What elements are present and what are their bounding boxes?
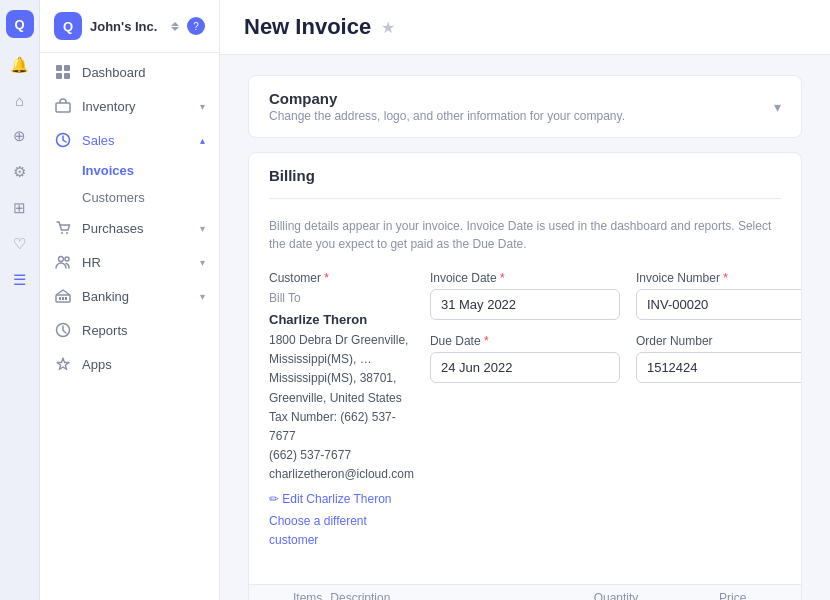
svg-rect-4 <box>56 103 70 112</box>
document-icon[interactable]: ☰ <box>13 271 26 289</box>
banking-icon <box>54 287 72 305</box>
company-switcher[interactable] <box>171 22 179 31</box>
items-col-description: Description <box>330 591 530 600</box>
company-logo: Q <box>54 12 82 40</box>
customer-field: Customer * Bill To Charlize Theron 1800 … <box>269 271 414 550</box>
order-number-input[interactable] <box>636 352 802 383</box>
due-date-input[interactable] <box>430 352 620 383</box>
banking-chevron: ▾ <box>200 291 205 302</box>
sidebar-item-hr[interactable]: HR ▾ <box>40 245 219 279</box>
sidebar-item-inventory[interactable]: Inventory ▾ <box>40 89 219 123</box>
sidebar-item-reports[interactable]: Reports <box>40 313 219 347</box>
inventory-icon <box>54 97 72 115</box>
store-icon[interactable]: ⊞ <box>13 199 26 217</box>
sales-label: Sales <box>82 133 115 148</box>
invoice-number-field: Invoice Number * <box>636 271 802 320</box>
svg-rect-13 <box>65 297 67 300</box>
svg-rect-1 <box>64 65 70 71</box>
svg-rect-12 <box>62 297 64 300</box>
invoice-number-label: Invoice Number <box>636 271 720 285</box>
sidebar-sub-invoices[interactable]: Invoices <box>40 157 219 184</box>
svg-rect-11 <box>59 297 61 300</box>
company-chevron-icon: ▾ <box>774 99 781 115</box>
customer-phone: (662) 537-7677 <box>269 446 414 465</box>
company-name: John's Inc. <box>90 19 163 34</box>
svg-point-6 <box>61 232 63 234</box>
customer-label: Customer <box>269 271 321 285</box>
apps-label: Apps <box>82 357 112 372</box>
sidebar-sub-customers[interactable]: Customers <box>40 184 219 211</box>
items-col-items: Items <box>269 591 322 600</box>
purchases-chevron: ▾ <box>200 223 205 234</box>
bill-to-label: Bill To <box>269 289 414 308</box>
favorite-star-icon[interactable]: ★ <box>381 18 395 37</box>
plus-circle-icon[interactable]: ⊕ <box>13 127 26 145</box>
hr-label: HR <box>82 255 101 270</box>
choose-customer-link[interactable]: Choose a different customer <box>269 512 414 550</box>
invoice-number-input[interactable] <box>636 289 802 320</box>
page-title: New Invoice <box>244 14 371 40</box>
help-button[interactable]: ? <box>187 17 205 35</box>
customer-name: Charlize Theron <box>269 310 414 331</box>
svg-rect-0 <box>56 65 62 71</box>
order-number-label: Order Number <box>636 334 713 348</box>
sidebar-item-purchases[interactable]: Purchases ▾ <box>40 211 219 245</box>
sidebar-item-apps[interactable]: Apps <box>40 347 219 381</box>
purchases-label: Purchases <box>82 221 143 236</box>
items-col-price: Price <box>646 591 746 600</box>
sidebar-item-dashboard[interactable]: Dashboard <box>40 55 219 89</box>
reports-icon <box>54 321 72 339</box>
inventory-label: Inventory <box>82 99 135 114</box>
billing-section-title: Billing <box>269 167 315 184</box>
items-table: Items Description Quantity Price Amount … <box>249 584 801 600</box>
svg-point-7 <box>66 232 68 234</box>
svg-point-9 <box>65 257 69 261</box>
dashboard-label: Dashboard <box>82 65 146 80</box>
company-section-subtitle: Change the address, logo, and other info… <box>269 109 625 123</box>
apps-icon <box>54 355 72 373</box>
company-section: Company Change the address, logo, and ot… <box>248 75 802 138</box>
svg-rect-2 <box>56 73 62 79</box>
company-section-header[interactable]: Company Change the address, logo, and ot… <box>249 76 801 137</box>
sidebar-item-sales[interactable]: Sales ▴ <box>40 123 219 157</box>
items-col-quantity: Quantity <box>538 591 638 600</box>
reports-label: Reports <box>82 323 128 338</box>
company-section-title: Company <box>269 90 625 107</box>
hr-icon <box>54 253 72 271</box>
home-icon[interactable]: ⌂ <box>15 92 24 109</box>
svg-rect-3 <box>64 73 70 79</box>
bell-icon[interactable]: 🔔 <box>10 56 29 74</box>
gear-icon[interactable]: ⚙ <box>13 163 26 181</box>
billing-section: Billing Billing details appear in your i… <box>248 152 802 600</box>
sales-icon <box>54 131 72 149</box>
svg-point-8 <box>59 257 64 262</box>
invoice-date-label: Invoice Date <box>430 271 497 285</box>
due-date-label: Due Date <box>430 334 481 348</box>
heart-icon[interactable]: ♡ <box>13 235 26 253</box>
invoice-date-field: Invoice Date * <box>430 271 620 320</box>
sidebar-item-banking[interactable]: Banking ▾ <box>40 279 219 313</box>
customer-tax: Tax Number: (662) 537-7677 <box>269 408 414 446</box>
edit-customer-link[interactable]: ✏ Edit Charlize Theron <box>269 490 414 509</box>
due-date-field: Due Date * <box>430 334 620 383</box>
sales-chevron: ▴ <box>200 135 205 146</box>
customer-email: charlizetheron@icloud.com <box>269 465 414 484</box>
order-number-field: Order Number <box>636 334 802 383</box>
customer-address: 1800 Debra Dr Greenville, Mississippi(MS… <box>269 331 414 408</box>
invoice-date-input[interactable] <box>430 289 620 320</box>
billing-description: Billing details appear in your invoice. … <box>269 217 781 253</box>
customer-required: * <box>324 271 329 285</box>
sidebar-logo-icon: Q <box>6 10 34 38</box>
billing-section-header: Billing <box>249 153 801 198</box>
banking-label: Banking <box>82 289 129 304</box>
dashboard-icon <box>54 63 72 81</box>
items-col-amount: Amount <box>754 591 802 600</box>
purchases-icon <box>54 219 72 237</box>
inventory-chevron: ▾ <box>200 101 205 112</box>
hr-chevron: ▾ <box>200 257 205 268</box>
